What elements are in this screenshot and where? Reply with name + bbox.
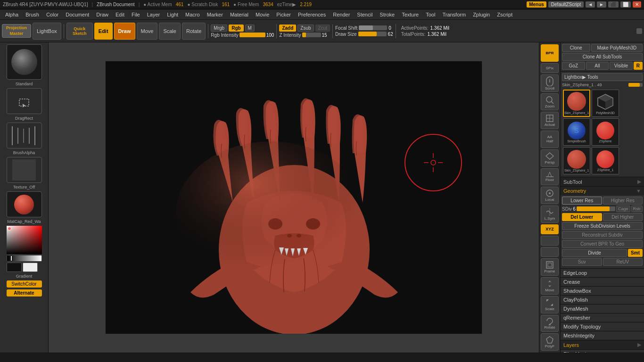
all-btn[interactable]: All — [586, 62, 609, 70]
drag-rect-btn[interactable] — [7, 88, 42, 114]
lsym-btn[interactable]: L.Sym — [541, 206, 559, 223]
rotate-model-btn[interactable]: Rotate — [541, 315, 559, 332]
qremesher-section[interactable]: qRemesher — [561, 313, 644, 322]
zoom-btn[interactable]: Zoom — [541, 93, 559, 111]
color-picker[interactable] — [7, 226, 42, 272]
menu-draw[interactable]: Draw — [93, 11, 112, 18]
move-model-btn[interactable]: Move — [541, 277, 559, 295]
menu-render[interactable]: Render — [330, 11, 353, 18]
thumb-skin-zsphere1b[interactable]: Skin_ZSphere_1 — [563, 147, 590, 174]
shadowbox-section[interactable]: ShadowBox — [561, 287, 644, 296]
m-btn[interactable]: M — [245, 25, 255, 32]
scale-model-btn[interactable]: Scale — [541, 296, 559, 313]
menu-stroke[interactable]: Stroke — [376, 11, 398, 18]
higher-res-btn[interactable]: Higher Res — [603, 197, 643, 205]
default-zscript-btn[interactable]: DefaultZScript — [548, 1, 584, 8]
thumb-polymesh3d[interactable]: PolyMesh3D — [592, 90, 619, 117]
local-btn[interactable]: Local — [541, 187, 559, 204]
win-min-btn[interactable]: ⬛ — [608, 1, 619, 8]
menu-alpha[interactable]: Alpha — [2, 11, 22, 18]
dynamesh-section[interactable]: DynaMesh — [561, 304, 644, 313]
del-higher-btn[interactable]: Del Higher — [603, 213, 643, 221]
win-max-btn[interactable]: ⬜ — [620, 1, 631, 8]
move-btn[interactable]: Move — [137, 23, 158, 40]
rstr-btn[interactable]: Rstr — [631, 206, 643, 212]
brush-preview[interactable] — [7, 44, 42, 80]
menu-texture[interactable]: Texture — [398, 11, 422, 18]
polyf-btn[interactable]: PolyF — [541, 333, 559, 351]
scale-btn[interactable]: Scale — [159, 23, 181, 40]
projection-master-btn[interactable]: Projection Master — [2, 24, 31, 38]
thumb-skin-zsphere1[interactable]: Skin_ZSphere_1 — [563, 90, 590, 117]
menu-stencil[interactable]: Stencil — [354, 11, 376, 18]
zsub-btn[interactable]: Zsub — [297, 25, 314, 32]
layers-header[interactable]: Layers ▶ — [561, 340, 644, 349]
del-lower-btn[interactable]: Del Lower — [562, 213, 602, 221]
edgeloop-section[interactable]: EdgeLoop — [561, 269, 644, 278]
menu-zscript[interactable]: Zscript — [494, 11, 516, 18]
convert-bpr-btn[interactable]: Convert BPR To Geo — [562, 240, 643, 248]
sym-btn1[interactable] — [541, 236, 559, 246]
zadd-btn[interactable]: Zadd — [279, 25, 296, 32]
menu-macro[interactable]: Macro — [182, 11, 203, 18]
crease-section[interactable]: Crease — [561, 278, 644, 287]
divide-btn[interactable]: Divide — [562, 249, 627, 257]
reconstruct-btn[interactable]: Reconstruct Subdiv — [562, 231, 643, 239]
nav-right-btn[interactable]: ► — [597, 1, 606, 8]
switch-color-btn[interactable]: SwitchColor — [7, 280, 42, 288]
subtool-header[interactable]: SubTool ▶ — [561, 177, 644, 186]
visible-btn[interactable]: Visible — [610, 62, 633, 70]
lower-res-btn[interactable]: Lower Res — [562, 197, 602, 205]
claypolish-section[interactable]: ClayPolish — [561, 296, 644, 304]
persp-btn[interactable]: Persp — [541, 149, 559, 167]
draw-btn[interactable]: Draw — [114, 23, 135, 40]
smt-btn[interactable]: Smt — [628, 249, 643, 257]
frame-btn[interactable]: Frame — [541, 258, 559, 276]
geometry-header[interactable]: Geometry ▼ — [561, 187, 644, 195]
xyz-btn[interactable]: XYZ — [541, 224, 559, 234]
rotate-btn[interactable]: Rotate — [182, 23, 206, 40]
texture-off-btn[interactable] — [7, 157, 42, 183]
sym-btn2[interactable] — [541, 247, 559, 257]
edit-btn[interactable]: Edit — [94, 23, 113, 40]
clone-all-btn[interactable]: Clone All SubTools — [562, 53, 643, 61]
menu-layer[interactable]: Layer — [144, 11, 164, 18]
mesh-integrity-section[interactable]: MeshIntegrity — [561, 331, 644, 340]
clone-btn[interactable]: Clone — [562, 44, 590, 52]
menu-material[interactable]: Material — [227, 11, 252, 18]
aahalf-btn[interactable]: AAHalf — [541, 131, 559, 148]
rgb-btn[interactable]: Rgb — [229, 25, 243, 32]
thumb-simplebrush[interactable]: S SimpleBrush — [563, 118, 590, 146]
make-polymesh-btn[interactable]: Make PolyMesh3D — [591, 44, 643, 52]
menu-picker[interactable]: Picker — [273, 11, 294, 18]
quick-sketch-btn[interactable]: Quick Sketch — [66, 23, 93, 40]
menu-brush[interactable]: Brush — [22, 11, 42, 18]
goz-btn[interactable]: GoZ — [562, 62, 585, 70]
menu-movie[interactable]: Movie — [252, 11, 272, 18]
scroll-btn[interactable]: Scroll — [541, 74, 559, 92]
matcap-btn[interactable] — [7, 191, 42, 217]
actual-btn[interactable]: Actual — [541, 112, 559, 129]
nav-left-btn[interactable]: ◄ — [586, 1, 595, 8]
thumb-zsphere1[interactable]: ZSphere_1 — [592, 147, 619, 174]
lightbox-btn[interactable]: LightBox — [33, 23, 61, 40]
win-close-btn[interactable]: ✕ — [633, 1, 641, 8]
suv-btn[interactable]: Suv — [562, 258, 602, 266]
zcut-btn[interactable]: Zcut — [315, 25, 330, 32]
alternate-btn[interactable]: Alternate — [7, 289, 42, 296]
r-btn[interactable]: R — [634, 62, 643, 70]
menu-zplugin[interactable]: Zplugin — [470, 11, 493, 18]
menu-file[interactable]: File — [128, 11, 143, 18]
brush-alpha-btn[interactable] — [7, 123, 42, 148]
main-canvas[interactable] — [49, 42, 539, 353]
bpr-btn[interactable]: BPR — [541, 44, 559, 62]
freeze-btn[interactable]: Freeze SubDivision Levels — [562, 222, 643, 230]
menu-document[interactable]: Document — [62, 11, 92, 18]
cage-btn[interactable]: Cage — [616, 206, 630, 212]
reuv-btn[interactable]: ReUV — [603, 258, 643, 266]
mrgb-btn[interactable]: Mrgb — [211, 25, 227, 32]
menus-btn[interactable]: Menus — [527, 1, 546, 8]
menu-color[interactable]: Color — [43, 11, 62, 18]
modify-topo-section[interactable]: Modify Topology — [561, 322, 644, 331]
menu-preferences[interactable]: Preferences — [295, 11, 329, 18]
